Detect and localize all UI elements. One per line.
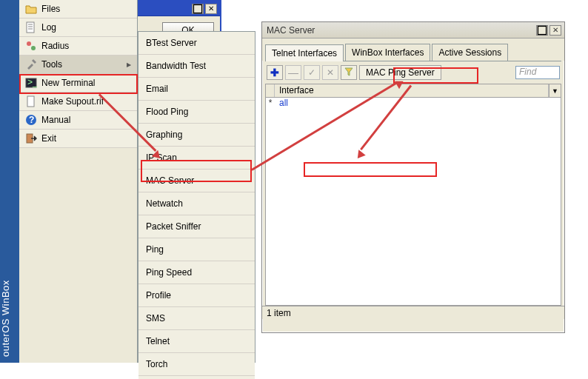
svg-text:>_: >_ xyxy=(27,77,37,87)
submenu-item-pingspeed[interactable]: Ping Speed xyxy=(138,261,255,284)
svg-point-1 xyxy=(27,41,31,46)
button-label: MAC Ping Server xyxy=(366,67,435,78)
table-row[interactable]: * all xyxy=(266,98,561,110)
submenu-item-macserver[interactable]: MAC Server xyxy=(138,170,255,192)
svg-point-2 xyxy=(31,46,36,50)
log-icon xyxy=(25,21,37,33)
submenu-label: Ping Speed xyxy=(146,267,192,278)
chevron-right-icon: ▶ xyxy=(127,61,131,68)
submenu-label: Netwatch xyxy=(146,198,183,209)
submenu-item-traceroute[interactable]: Traceroute xyxy=(138,376,255,379)
submenu-label: Bandwidth Test xyxy=(146,61,206,71)
sidebar-item-label: Make Supout.rif xyxy=(41,96,104,107)
mac-server-tabs: Telnet Interfaces WinBox Interfaces Acti… xyxy=(262,38,564,61)
submenu-label: SMS xyxy=(146,313,165,323)
find-input[interactable]: Find xyxy=(515,66,560,79)
mac-server-titlebar[interactable]: MAC Server ✕ xyxy=(262,22,564,38)
submenu-item-floodping[interactable]: Flood Ping xyxy=(138,101,255,124)
app-title-vertical: outerOS WinBox xyxy=(0,0,19,363)
close-button[interactable]: ✕ xyxy=(549,25,561,36)
folder-icon xyxy=(25,3,37,15)
minimize-button[interactable] xyxy=(192,4,204,14)
sidebar-item-label: Exit xyxy=(41,133,56,144)
columns-expand-button[interactable]: ▼ xyxy=(549,84,561,97)
filter-button[interactable] xyxy=(341,65,357,80)
sidebar-item-label: New Terminal xyxy=(41,78,95,88)
submenu-item-email[interactable]: Email xyxy=(138,78,255,101)
submenu-label: Torch xyxy=(146,359,167,369)
tab-label: Active Sessions xyxy=(438,47,501,58)
submenu-label: Email xyxy=(146,84,168,94)
submenu-item-btest[interactable]: BTest Server xyxy=(138,32,255,55)
svg-rect-9 xyxy=(538,26,546,34)
window-title: MAC Server xyxy=(267,25,536,36)
check-icon: ✓ xyxy=(308,67,315,78)
sidebar-item-files[interactable]: Files xyxy=(19,0,137,19)
add-button[interactable]: ✚ xyxy=(267,65,283,80)
help-icon: ? xyxy=(25,114,37,126)
minus-icon: — xyxy=(288,67,298,78)
submenu-label: Telnet xyxy=(146,336,170,346)
submenu-label: Graphing xyxy=(146,130,182,140)
terminal-icon: >_ xyxy=(25,77,37,89)
remove-button[interactable]: — xyxy=(285,65,301,80)
mac-server-toolbar: ✚ — ✓ ✕ MAC Ping Server Find xyxy=(262,61,564,84)
submenu-label: Ping xyxy=(146,244,164,255)
row-marker: * xyxy=(266,98,275,110)
sidebar-item-log[interactable]: Log xyxy=(19,19,137,37)
disable-button[interactable]: ✕ xyxy=(322,65,338,80)
cell-interface: all xyxy=(275,98,293,110)
svg-rect-0 xyxy=(27,22,34,33)
tab-label: Telnet Interfaces xyxy=(272,48,337,58)
submenu-item-profile[interactable]: Profile xyxy=(138,284,255,307)
chevron-down-icon: ▼ xyxy=(552,87,558,95)
sidebar-item-make-supout[interactable]: Make Supout.rif xyxy=(19,93,137,111)
sidebar: Files Log Radius Tools ▶ >_ New Terminal… xyxy=(19,0,138,363)
sidebar-item-label: Tools xyxy=(41,59,62,70)
svg-rect-10 xyxy=(193,4,201,13)
exit-icon xyxy=(25,133,37,144)
tab-telnet-interfaces[interactable]: Telnet Interfaces xyxy=(265,44,344,61)
submenu-label: Packet Sniffer xyxy=(146,221,201,232)
tools-icon xyxy=(25,58,37,70)
status-bar: 1 item xyxy=(262,306,564,319)
sidebar-item-label: Radius xyxy=(41,41,69,51)
tools-submenu: BTest Server Bandwidth Test Email Flood … xyxy=(138,31,255,363)
submenu-label: MAC Server xyxy=(146,175,194,186)
sidebar-item-exit[interactable]: Exit xyxy=(19,130,137,148)
column-label: Interface xyxy=(279,85,314,95)
tab-label: WinBox Interfaces xyxy=(352,47,424,58)
grid-header: Interface ▼ xyxy=(266,84,561,98)
mac-server-window: MAC Server ✕ Telnet Interfaces WinBox In… xyxy=(261,21,565,333)
enable-button[interactable]: ✓ xyxy=(304,65,320,80)
submenu-item-ping[interactable]: Ping xyxy=(138,238,255,261)
file-icon xyxy=(25,95,37,107)
submenu-item-packetsniffer[interactable]: Packet Sniffer xyxy=(138,215,255,238)
submenu-item-sms[interactable]: SMS xyxy=(138,307,255,330)
svg-text:?: ? xyxy=(29,115,34,125)
close-button[interactable]: ✕ xyxy=(205,4,217,14)
sidebar-item-label: Log xyxy=(41,22,56,33)
submenu-label: BTest Server xyxy=(146,38,197,48)
submenu-item-graphing[interactable]: Graphing xyxy=(138,124,255,147)
sidebar-item-label: Manual xyxy=(41,115,70,125)
funnel-icon xyxy=(344,67,353,78)
plus-icon: ✚ xyxy=(270,67,279,78)
interface-grid: Interface ▼ * all xyxy=(265,84,561,306)
sidebar-item-radius[interactable]: Radius xyxy=(19,37,137,56)
x-icon: ✕ xyxy=(327,67,334,78)
submenu-item-telnet[interactable]: Telnet xyxy=(138,330,255,353)
submenu-item-netwatch[interactable]: Netwatch xyxy=(138,192,255,215)
submenu-label: Profile xyxy=(146,290,171,301)
radius-icon xyxy=(25,40,37,52)
sidebar-item-tools[interactable]: Tools ▶ xyxy=(19,56,137,74)
submenu-item-bandwidth[interactable]: Bandwidth Test xyxy=(138,55,255,78)
tab-active-sessions[interactable]: Active Sessions xyxy=(432,44,508,61)
submenu-label: Flood Ping xyxy=(146,107,188,117)
submenu-item-torch[interactable]: Torch xyxy=(138,353,255,376)
svg-rect-5 xyxy=(27,96,34,107)
minimize-button[interactable] xyxy=(536,25,548,36)
tab-winbox-interfaces[interactable]: WinBox Interfaces xyxy=(345,44,430,61)
sidebar-item-label: Files xyxy=(41,4,60,14)
sidebar-item-new-terminal[interactable]: >_ New Terminal xyxy=(19,74,137,93)
